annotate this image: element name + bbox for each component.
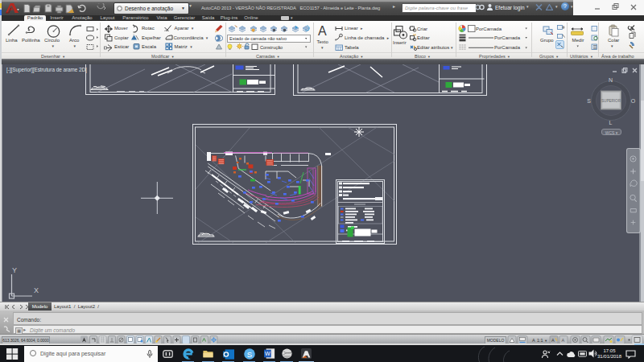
svg-text:X: X [34, 286, 39, 294]
svg-text:A: A [551, 338, 555, 343]
svg-text:Y: Y [12, 266, 17, 274]
svg-text:A: A [562, 338, 565, 343]
svg-text:S: S [587, 98, 591, 104]
svg-text:A: A [532, 338, 535, 343]
svg-text:L: L [609, 120, 613, 125]
svg-text:W: W [265, 351, 270, 356]
svg-text:N: N [609, 77, 613, 83]
svg-text:1:1: 1:1 [537, 338, 543, 343]
svg-text:▾: ▾ [545, 339, 547, 343]
svg-text:A: A [318, 24, 327, 38]
svg-text:SUPERIOR: SUPERIOR [601, 99, 621, 103]
svg-text:S: S [247, 350, 252, 359]
svg-text:O: O [631, 98, 636, 104]
